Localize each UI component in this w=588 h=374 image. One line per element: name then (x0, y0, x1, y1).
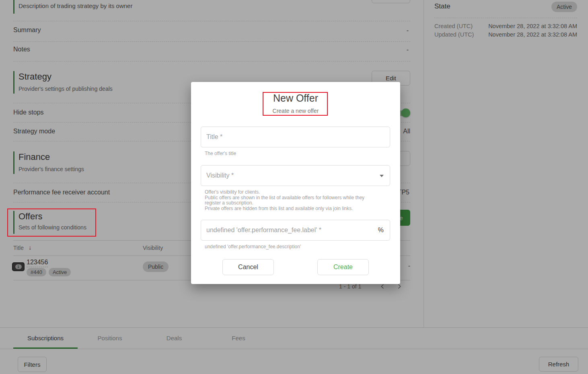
visibility-select[interactable]: Visibility * (201, 165, 390, 186)
new-offer-modal: New Offer Create a new offer The offer's… (191, 82, 400, 284)
percent-suffix: % (378, 220, 384, 240)
title-field-wrapper (201, 127, 390, 147)
cancel-button[interactable]: Cancel (222, 259, 274, 275)
chevron-down-icon (380, 175, 384, 177)
create-button[interactable]: Create (317, 259, 369, 275)
fee-field-wrapper: % (201, 220, 390, 241)
modal-title: New Offer (191, 92, 400, 104)
offer-title-input[interactable] (201, 127, 390, 147)
visibility-field-helper: Offer's visibility for clients. Public o… (205, 190, 390, 211)
fee-field-helper: undefined 'offer.performance_fee.descrip… (205, 244, 301, 250)
title-field-helper: The offer's title (205, 151, 236, 157)
visibility-select-label: Visibility * (201, 166, 390, 186)
performance-fee-input[interactable] (201, 220, 390, 240)
modal-subtitle: Create a new offer (191, 108, 400, 114)
